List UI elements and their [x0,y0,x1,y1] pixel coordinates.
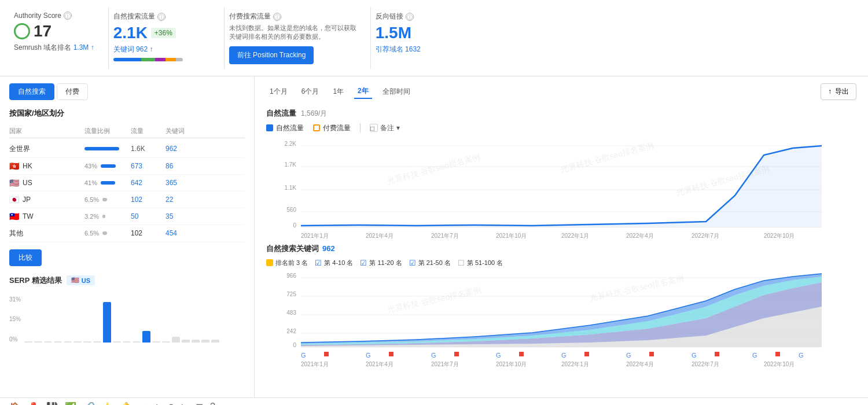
svg-text:2022年10月: 2022年10月 [764,361,795,367]
svg-text:2021年10月: 2021年10月 [496,233,527,239]
time-btn-2y[interactable]: 2年 [354,84,372,99]
legend-51-100[interactable]: ☐ 第 51-100 名 [458,259,503,267]
serp-us-badge: 🇺🇸 US [67,275,95,285]
legend-11-20[interactable]: ☑ 第 11-20 名 [360,259,402,267]
svg-text:2021年4月: 2021年4月 [366,361,393,367]
legend-4-10[interactable]: ☑ 第 4-10 名 [315,259,353,267]
target-icon[interactable]: ⊙ [167,402,175,405]
pb-orange [165,58,176,61]
backlinks-label: 反向链接 ⓘ [376,12,450,21]
time-filter: 1个月 6个月 1年 2年 全部时间 ↑ 导出 [266,83,856,100]
serp-bar [162,341,170,343]
pin-icon[interactable]: 📍 [28,402,39,405]
time-btn-6m[interactable]: 6个月 [298,85,323,98]
svg-text:2022年1月: 2022年1月 [561,233,589,239]
star-icon[interactable]: ⭐ [102,402,113,405]
serp-bar [152,341,160,343]
pb-blue [113,58,141,61]
backlinks-block: 反向链接 ⓘ 1.5M 引荐域名 1632 [371,7,464,69]
legend-top3[interactable]: 排名前 3 名 [266,259,308,267]
country-table-header: 国家 流量比例 流量 关键词 [9,124,245,138]
svg-text:光算科技·谷歌seo排名案例: 光算科技·谷歌seo排名案例 [560,140,655,174]
organic-keywords: 关键词 962 ↑ [113,45,210,54]
svg-text:483: 483 [286,310,296,316]
legend-21-50[interactable]: ☑ 第 21-50 名 [409,259,451,267]
svg-text:G: G [752,352,757,359]
svg-rect-49 [715,352,719,356]
tab-paid[interactable]: 付费 [57,83,88,100]
organic-checkbox[interactable] [266,124,273,131]
serp-bar [172,337,180,343]
keyword-section: 自然搜索关键词 962 排名前 3 名 ☑ 第 4-10 名 ☑ 第 11-20… [266,244,856,355]
legend-organic[interactable]: 自然流量 [266,123,304,133]
serp-bar [73,341,82,343]
svg-text:1.1K: 1.1K [284,185,296,191]
organic-traffic-label: 自然搜索流量 ⓘ [113,12,210,21]
svg-text:光算科技·谷歌seo排名案例: 光算科技·谷歌seo排名案例 [386,152,481,186]
link-icon[interactable]: 🔗 [83,402,95,405]
authority-score-value: 17 [14,22,94,41]
svg-text:2021年7月: 2021年7月 [431,233,459,239]
country-section-title: 按国家/地区划分 [9,108,245,119]
shape-icon[interactable]: ◇ [153,402,160,405]
backlinks-value: 1.5M [376,24,450,42]
serp-bar [211,340,219,343]
check-icon[interactable]: ✅ [65,402,76,405]
paid-traffic-info-icon[interactable]: ⓘ [273,13,281,21]
legend-divider [360,123,361,132]
search-tabs: 自然搜索 付费 [9,83,245,100]
svg-text:0: 0 [293,342,296,348]
grid-icon[interactable]: ⊞ [196,402,203,405]
organic-traffic-info-icon[interactable]: ⓘ [157,13,165,21]
svg-text:G: G [301,352,306,359]
top-metrics-bar: Authority Score ⓘ 17 Semrush 域名排名 1.3M ↑… [0,0,868,76]
svg-text:2021年7月: 2021年7月 [431,361,459,367]
pb-green [141,58,155,61]
position-tracking-button[interactable]: 前往 Position Tracking [229,46,314,64]
svg-text:2021年4月: 2021年4月 [366,233,393,239]
save-icon[interactable]: 💾 [46,402,58,405]
time-btn-1m[interactable]: 1个月 [266,85,291,98]
serp-bar [44,341,52,343]
svg-text:G: G [431,352,436,359]
note-dropdown[interactable]: □ 备注 ▾ [370,123,400,133]
pb-gray [176,58,183,61]
svg-text:G: G [496,352,501,359]
svg-text:2022年4月: 2022年4月 [626,233,654,239]
time-btn-1y[interactable]: 1年 [329,85,347,98]
svg-text:1.7K: 1.7K [284,161,296,168]
time-period-buttons: 1个月 6个月 1年 2年 全部时间 [266,84,414,99]
backlinks-info-icon[interactable]: ⓘ [406,13,414,21]
refresh-icon[interactable]: ↩ [139,402,146,405]
authority-info-icon[interactable]: ⓘ [64,12,72,20]
paid-checkbox[interactable] [313,124,320,131]
right-panel: 1个月 6个月 1年 2年 全部时间 ↑ 导出 自然流量 1,569/月 自然流… [255,76,868,397]
serp-bar [133,341,141,343]
serp-bar [34,341,42,343]
left-panel: 自然搜索 付费 按国家/地区划分 国家 流量比例 流量 关键词 全世界 1.6K… [0,76,255,397]
help-icon[interactable]: ? [210,402,215,405]
svg-text:2.2K: 2.2K [284,141,296,147]
organic-traffic-block: 自然搜索流量 ⓘ 2.1K +36% 关键词 962 ↑ [109,7,225,69]
svg-text:2022年7月: 2022年7月 [692,361,719,367]
bell-icon[interactable]: 🔔 [120,402,132,405]
paid-traffic-block: 付费搜索流量 ⓘ 未找到数据。如果这是您的域名，您可以获取关键词排名相关的所有必… [225,7,371,69]
bottom-toolbar: 🏠 📍 💾 ✅ 🔗 ⭐ 🔔 ↩ ◇ ⊙ ▷ ⊞ ? [0,397,868,405]
serp-bar [192,340,200,343]
serp-bar [64,341,72,343]
export-button[interactable]: ↑ 导出 [821,83,856,100]
home-icon[interactable]: 🏠 [9,402,21,405]
time-btn-all[interactable]: 全部时间 [379,85,414,98]
compare-button[interactable]: 比较 [9,249,42,266]
serp-bar [83,341,91,343]
serp-title: SERP 精选结果 🇺🇸 US [9,275,245,286]
serp-bar [93,341,101,343]
semrush-rank: Semrush 域名排名 1.3M ↑ [14,43,94,53]
svg-text:2021年10月: 2021年10月 [496,361,527,367]
legend-paid[interactable]: 付费流量 [313,123,351,133]
svg-text:G: G [626,352,631,359]
play-icon[interactable]: ▷ [182,402,189,405]
tab-organic[interactable]: 自然搜索 [9,83,54,100]
svg-text:G: G [692,352,697,359]
svg-text:2021年1月: 2021年1月 [301,233,329,239]
